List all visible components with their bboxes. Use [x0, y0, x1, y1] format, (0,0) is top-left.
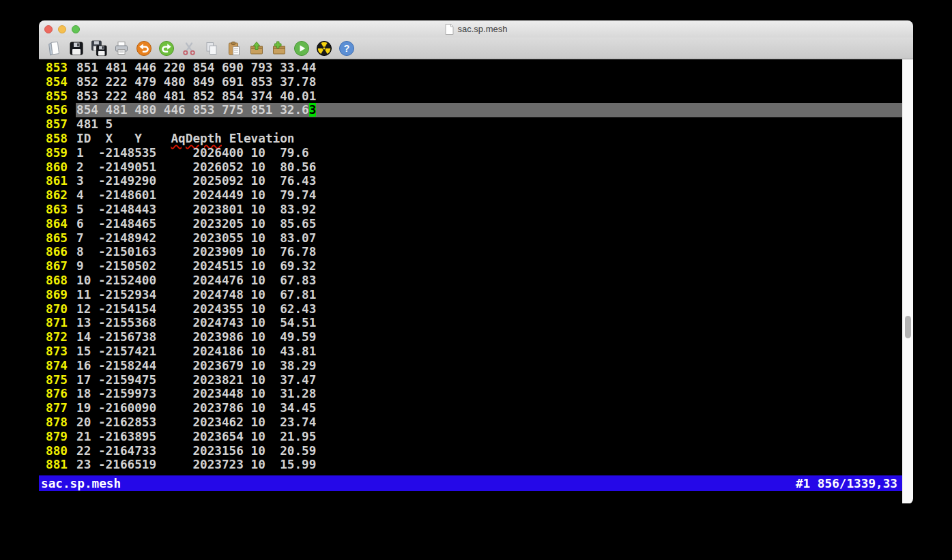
- editor-line[interactable]: 8679 -2150502 2024515 10 69.32: [39, 259, 902, 274]
- editor-line[interactable]: 86911 -2152934 2024748 10 67.81: [39, 288, 902, 302]
- copy-icon[interactable]: [203, 40, 220, 57]
- archive-extract-icon[interactable]: [248, 40, 265, 57]
- editor-line[interactable]: 854852 222 479 480 849 691 853 37.78: [39, 75, 902, 89]
- misspelled-word: AqDepth: [171, 132, 222, 145]
- status-position: #1 856/1339,33: [796, 477, 897, 490]
- line-number: 866: [39, 245, 68, 259]
- editor-line[interactable]: 8657 -2148942 2023055 10 83.07: [39, 231, 902, 246]
- line-text: 18 -2159973 2023448 10 31.28: [76, 387, 902, 401]
- line-number: 853: [39, 61, 68, 75]
- editor-line[interactable]: 88123 -2166519 2023723 10 15.99: [39, 458, 902, 472]
- line-text: 16 -2158244 2023679 10 38.29: [76, 359, 902, 373]
- line-number: 871: [39, 316, 68, 330]
- toolbar: ?: [39, 38, 913, 59]
- redo-icon[interactable]: [158, 40, 175, 57]
- line-number: 860: [39, 160, 68, 175]
- line-text: ID X Y AqDepth Elevation: [76, 132, 902, 146]
- editor-line[interactable]: 87719 -2160090 2023786 10 34.45: [39, 401, 902, 415]
- new-document-icon[interactable]: [45, 40, 62, 57]
- line-number: 865: [39, 231, 68, 246]
- editor-line[interactable]: 857481 5: [39, 117, 902, 132]
- line-number: 856: [39, 103, 68, 117]
- editor-line[interactable]: 87416 -2158244 2023679 10 38.29: [39, 359, 902, 373]
- line-number: 873: [39, 344, 68, 359]
- scrollbar-thumb[interactable]: [905, 316, 911, 338]
- line-text: 7 -2148942 2023055 10 83.07: [76, 231, 902, 246]
- line-text: 481 5: [76, 117, 902, 132]
- radiation-icon[interactable]: [315, 40, 332, 57]
- line-number: 876: [39, 387, 68, 401]
- line-text: 852 222 479 480 849 691 853 37.78: [76, 75, 902, 89]
- editor-line[interactable]: 87618 -2159973 2023448 10 31.28: [39, 387, 902, 401]
- line-number: 858: [39, 132, 68, 146]
- undo-icon[interactable]: [135, 40, 152, 57]
- vertical-scrollbar[interactable]: [902, 59, 913, 503]
- minimize-button[interactable]: [58, 25, 66, 33]
- editor-line[interactable]: 8668 -2150163 2023909 10 76.78: [39, 245, 902, 259]
- line-number: 870: [39, 302, 68, 316]
- line-text: 11 -2152934 2024748 10 67.81: [76, 288, 902, 302]
- line-number: 863: [39, 203, 68, 217]
- line-text: 10 -2152400 2024476 10 67.83: [76, 274, 902, 288]
- editor-line[interactable]: 8624 -2148601 2024449 10 79.74: [39, 188, 902, 203]
- close-button[interactable]: [44, 25, 53, 33]
- line-number: 862: [39, 188, 68, 203]
- window-title: sac.sp.mesh: [445, 24, 508, 35]
- help-icon[interactable]: ?: [338, 40, 355, 57]
- editor-line[interactable]: 856854 481 480 446 853 775 851 32.63: [39, 103, 902, 117]
- line-text: 8 -2150163 2023909 10 76.78: [76, 245, 902, 259]
- line-number: 869: [39, 288, 68, 302]
- filler: [39, 491, 902, 503]
- line-number: 854: [39, 75, 68, 89]
- editor-line[interactable]: 87820 -2162853 2023462 10 23.74: [39, 415, 902, 430]
- line-text: 1 -2148535 2026400 10 79.6: [76, 146, 902, 160]
- editor-line[interactable]: 8602 -2149051 2026052 10 80.56: [39, 160, 902, 175]
- editor-line[interactable]: 87012 -2154154 2024355 10 62.43: [39, 302, 902, 316]
- line-number: 861: [39, 174, 68, 188]
- line-number: 855: [39, 89, 68, 104]
- editor-line[interactable]: 87517 -2159475 2023821 10 37.47: [39, 373, 902, 387]
- line-number: 857: [39, 117, 68, 132]
- status-bar: sac.sp.mesh #1 856/1339,33: [39, 475, 902, 491]
- archive-add-icon[interactable]: [270, 40, 287, 57]
- editor-content: 853851 481 446 220 854 690 793 33.448548…: [39, 59, 913, 503]
- editor-window: sac.sp.mesh: [39, 20, 913, 504]
- editor-line[interactable]: 8613 -2149290 2025092 10 76.43: [39, 174, 902, 188]
- cut-icon[interactable]: [180, 40, 197, 57]
- line-text: 21 -2163895 2023654 10 21.95: [76, 430, 902, 444]
- line-number: 881: [39, 458, 68, 472]
- line-text: 19 -2160090 2023786 10 34.45: [76, 401, 902, 415]
- svg-text:?: ?: [343, 43, 349, 54]
- zoom-button[interactable]: [72, 25, 80, 33]
- paste-icon[interactable]: [225, 40, 242, 57]
- line-text: 12 -2154154 2024355 10 62.43: [76, 302, 902, 316]
- desktop: { "window": { "title": "sac.sp.mesh" }, …: [0, 0, 952, 560]
- save-icon[interactable]: [68, 40, 85, 57]
- editor-line[interactable]: 87113 -2155368 2024743 10 54.51: [39, 316, 902, 330]
- editor-line[interactable]: 86810 -2152400 2024476 10 67.83: [39, 274, 902, 288]
- editor-line[interactable]: 8635 -2148443 2023801 10 83.92: [39, 203, 902, 217]
- line-number: 875: [39, 373, 68, 387]
- line-number: 877: [39, 401, 68, 415]
- document-icon: [445, 24, 454, 35]
- line-number: 874: [39, 359, 68, 373]
- editor-line[interactable]: 88022 -2164733 2023156 10 20.59: [39, 444, 902, 458]
- line-text: 9 -2150502 2024515 10 69.32: [76, 259, 902, 274]
- editor-line[interactable]: 87214 -2156738 2023986 10 49.59: [39, 330, 902, 344]
- editor-line[interactable]: 8591 -2148535 2026400 10 79.6: [39, 146, 902, 160]
- editor-line[interactable]: 853851 481 446 220 854 690 793 33.44: [39, 61, 902, 75]
- run-icon[interactable]: [293, 40, 310, 57]
- editor-line[interactable]: 855853 222 480 481 852 854 374 40.01: [39, 89, 902, 104]
- editor-line[interactable]: 87315 -2157421 2024186 10 43.81: [39, 344, 902, 359]
- editor-line[interactable]: 8646 -2148465 2023205 10 85.65: [39, 217, 902, 231]
- save-as-icon[interactable]: [90, 40, 107, 57]
- line-text: 15 -2157421 2024186 10 43.81: [76, 344, 902, 359]
- editor-line[interactable]: 87921 -2163895 2023654 10 21.95: [39, 430, 902, 444]
- line-text: 4 -2148601 2024449 10 79.74: [76, 188, 902, 203]
- print-icon[interactable]: [113, 40, 130, 57]
- title-bar[interactable]: sac.sp.mesh: [39, 20, 913, 38]
- editor-line[interactable]: 858ID X Y AqDepth Elevation: [39, 132, 902, 146]
- line-number: 859: [39, 146, 68, 160]
- text-area[interactable]: 853851 481 446 220 854 690 793 33.448548…: [39, 59, 902, 503]
- traffic-lights: [44, 20, 80, 38]
